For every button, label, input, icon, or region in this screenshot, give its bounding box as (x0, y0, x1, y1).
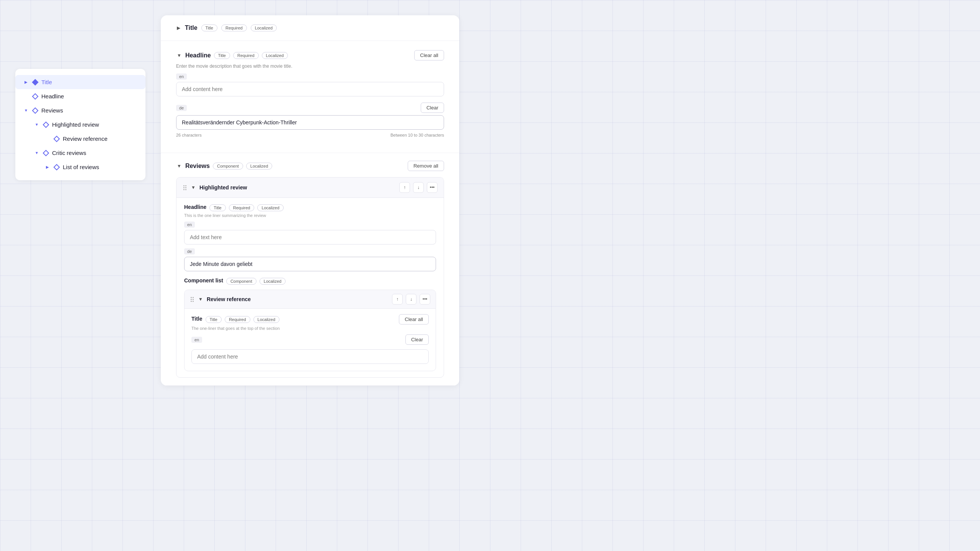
sidebar-item-list-of-reviews[interactable]: ▶ List of reviews (15, 160, 145, 174)
sidebar-item-reviews[interactable]: ▼ Reviews (15, 103, 145, 117)
rr-en-lang-tag: en (191, 337, 202, 343)
diamond-outline-icon (54, 164, 60, 170)
headline-de-clear-button[interactable]: Clear (421, 103, 444, 113)
sidebar-item-headline[interactable]: Headline (15, 89, 145, 103)
sidebar-item-title[interactable]: ▶ Title (15, 75, 145, 89)
highlighted-review-up-button[interactable]: ↑ (399, 182, 410, 193)
chevron-down-icon: ▼ (34, 150, 40, 156)
headline-en-input[interactable] (176, 82, 444, 96)
review-reference-down-button[interactable]: ↓ (406, 294, 416, 305)
highlighted-review-title: Highlighted review (199, 184, 396, 191)
review-reference-card: ▼ Review reference ↑ ↓ ••• Title Title (184, 290, 436, 371)
highlighted-review-down-button[interactable]: ↓ (413, 182, 424, 193)
headline-tag-required: Required (233, 52, 259, 59)
reviews-section: ▼ Reviews Component Localized Remove all… (161, 153, 459, 386)
review-reference-more-button[interactable]: ••• (420, 294, 430, 305)
reviews-header-row: ▼ Reviews Component Localized Remove all (176, 161, 444, 171)
headline-de-lang-row: de Clear (176, 103, 444, 113)
rr-title-tag-title: Title (206, 316, 222, 323)
headline-de-char-count: 26 characters (176, 133, 202, 137)
hr-de-input[interactable] (184, 257, 436, 271)
component-list-section: Component list Component Localized (184, 277, 436, 371)
reviews-tag-component: Component (213, 163, 243, 170)
review-reference-header: ▼ Review reference ↑ ↓ ••• (185, 290, 436, 309)
chevron-down-icon: ▼ (34, 122, 40, 128)
component-list-label: Component list (184, 277, 223, 284)
hr-headline-tag-localized: Localized (257, 204, 283, 211)
sidebar-item-critic-reviews[interactable]: ▼ Critic reviews (15, 146, 145, 160)
reviews-tag-localized: Localized (246, 163, 272, 170)
headline-hint: Enter the movie description that goes wi… (176, 64, 444, 69)
rr-en-input[interactable] (191, 349, 429, 364)
rr-en-clear-button[interactable]: Clear (405, 334, 429, 345)
hr-en-lang-row: en (184, 222, 436, 228)
rr-title-label: Title (191, 316, 203, 322)
title-section: ▶ Title Title Required Localized (161, 15, 459, 41)
headline-de-char-limit: Between 10 to 30 characters (390, 133, 444, 137)
reviews-remove-all-button[interactable]: Remove all (408, 161, 444, 171)
rr-title-tag-required: Required (225, 316, 250, 323)
hr-headline-header-row: Headline Title Required Localized (184, 204, 436, 212)
chevron-right-icon: ▶ (23, 79, 29, 85)
title-section-header: ▶ Title Title Required Localized (176, 24, 444, 31)
sidebar-item-label: List of reviews (63, 164, 99, 170)
sidebar-item-label: Reviews (41, 107, 63, 114)
headline-header-left: ▼ Headline Title Required Localized (176, 52, 288, 59)
hr-de-lang-row: de (184, 248, 436, 254)
review-reference-title: Review reference (207, 296, 389, 302)
headline-de-input[interactable] (176, 115, 444, 130)
sidebar-item-label: Critic reviews (52, 150, 86, 156)
diamond-outline-icon (54, 135, 60, 142)
highlighted-review-headline-section: Headline Title Required Localized This i… (184, 204, 436, 277)
hr-en-lang-tag: en (184, 222, 195, 228)
sidebar-item-review-reference[interactable]: Review reference (15, 132, 145, 146)
drag-handle[interactable] (183, 184, 187, 191)
title-chevron-button[interactable]: ▶ (176, 24, 181, 31)
headline-en-lang-row: en (176, 73, 444, 80)
title-section-title: Title (185, 24, 198, 31)
headline-tag-title: Title (214, 52, 230, 59)
sidebar-item-label: Headline (41, 93, 64, 99)
review-reference-drag-handle[interactable] (190, 296, 194, 303)
reviews-chevron-button[interactable]: ▼ (176, 163, 182, 170)
headline-en-lang-tag: en (176, 73, 187, 80)
rr-title-header-row: Title Title Required Localized Clear all (191, 314, 429, 324)
headline-section-title: Headline (185, 52, 211, 59)
review-reference-up-button[interactable]: ↑ (392, 294, 403, 305)
diamond-outline-icon (32, 107, 39, 114)
headline-de-char-count-row: 26 characters Between 10 to 30 character… (176, 133, 444, 137)
title-tag-required: Required (221, 24, 247, 31)
title-tag-localized: Localized (251, 24, 277, 31)
review-reference-chevron[interactable]: ▼ (198, 296, 204, 303)
hr-en-input[interactable] (184, 230, 436, 245)
component-list-tag-component: Component (226, 278, 256, 285)
sidebar-item-label: Highlighted review (52, 121, 99, 128)
headline-de-lang-tag: de (176, 105, 187, 111)
review-reference-body: Title Title Required Localized Clear all… (185, 309, 436, 371)
rr-title-tag-localized: Localized (253, 316, 279, 323)
component-list-tag-localized: Localized (260, 278, 286, 285)
rr-en-lang-row: en Clear (191, 334, 429, 345)
headline-clear-all-button[interactable]: Clear all (414, 50, 444, 60)
rr-title-clear-all-button[interactable]: Clear all (399, 314, 429, 324)
reviews-section-title: Reviews (185, 163, 210, 170)
hr-headline-label: Headline (184, 204, 206, 210)
sidebar-item-highlighted-review[interactable]: ▼ Highlighted review (15, 117, 145, 132)
chevron-down-icon: ▼ (23, 108, 29, 114)
diamond-outline-icon (32, 93, 39, 99)
highlighted-review-chevron[interactable]: ▼ (190, 184, 196, 191)
main-panel: ▶ Title Title Required Localized ▼ Headl… (161, 15, 459, 386)
headline-section: ▼ Headline Title Required Localized Clea… (161, 41, 459, 153)
sidebar: ▶ Title Headline ▼ Reviews ▼ Highlighted… (15, 69, 145, 180)
headline-header-row: ▼ Headline Title Required Localized Clea… (176, 50, 444, 60)
title-tag-title: Title (201, 24, 217, 31)
highlighted-review-more-button[interactable]: ••• (427, 182, 438, 193)
hr-headline-tag-title: Title (209, 204, 225, 211)
headline-chevron-button[interactable]: ▼ (176, 52, 182, 59)
hr-headline-tag-required: Required (229, 204, 255, 211)
diamond-outline-icon (43, 121, 49, 128)
reviews-header-left: ▼ Reviews Component Localized (176, 163, 272, 170)
highlighted-review-card: ▼ Highlighted review ↑ ↓ ••• Headline Ti… (176, 177, 444, 378)
highlighted-review-body: Headline Title Required Localized This i… (176, 198, 444, 377)
rr-title-hint: The one-liner that goes at the top of th… (191, 326, 429, 331)
